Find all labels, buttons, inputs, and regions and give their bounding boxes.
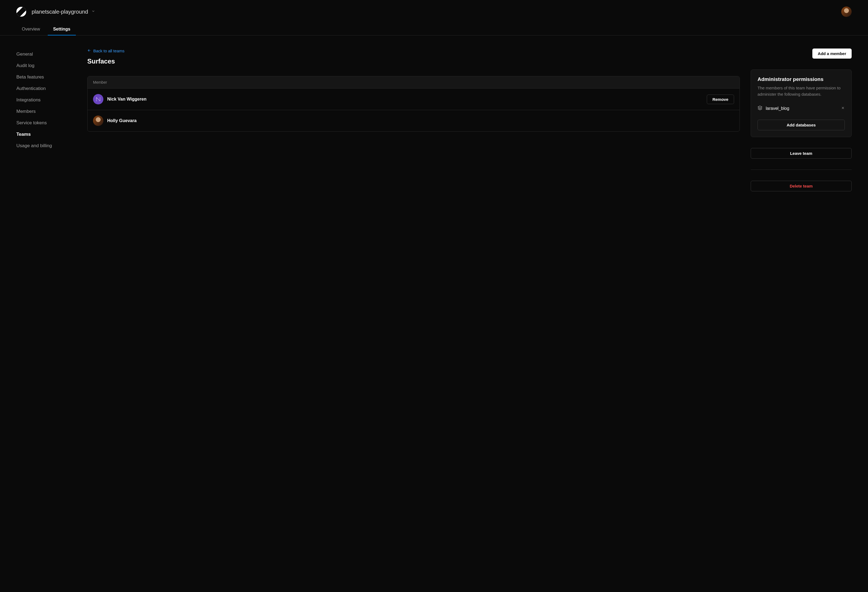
database-icon bbox=[757, 106, 762, 112]
workspace-name: planetscale-playground bbox=[32, 9, 88, 15]
user-avatar[interactable] bbox=[841, 7, 852, 17]
member-name: Nick Van Wiggeren bbox=[107, 97, 146, 102]
svg-marker-1 bbox=[758, 106, 762, 108]
page-title: Surfaces bbox=[87, 57, 115, 65]
member-name: Holly Guevara bbox=[107, 118, 137, 123]
members-table-header: Member bbox=[87, 76, 740, 88]
remove-member-button[interactable]: Remove bbox=[707, 94, 734, 104]
arrow-left-icon bbox=[87, 49, 91, 53]
remove-database-button[interactable] bbox=[841, 106, 845, 111]
add-member-button[interactable]: Add a member bbox=[812, 49, 852, 59]
database-item: laravel_blog bbox=[757, 104, 845, 113]
planetscale-logo[interactable] bbox=[16, 7, 26, 17]
member-row: Holly Guevara bbox=[87, 110, 740, 131]
workspace-selector[interactable]: planetscale-playground bbox=[32, 9, 95, 15]
member-avatar bbox=[93, 94, 103, 105]
database-name: laravel_blog bbox=[766, 106, 789, 111]
sidebar-item-integrations[interactable]: Integrations bbox=[16, 94, 71, 106]
main-tabs: Overview Settings bbox=[0, 17, 868, 35]
member-avatar bbox=[93, 116, 103, 126]
permissions-card: Administrator permissions The members of… bbox=[751, 69, 852, 137]
sidebar-item-members[interactable]: Members bbox=[16, 106, 71, 117]
back-link-label: Back to all teams bbox=[93, 49, 124, 53]
leave-team-button[interactable]: Leave team bbox=[751, 148, 852, 159]
tab-overview[interactable]: Overview bbox=[16, 24, 46, 35]
add-databases-button[interactable]: Add databases bbox=[757, 120, 845, 130]
tab-settings[interactable]: Settings bbox=[48, 24, 76, 35]
back-to-teams-link[interactable]: Back to all teams bbox=[87, 49, 740, 53]
sidebar-item-usage-billing[interactable]: Usage and billing bbox=[16, 140, 71, 152]
settings-sidebar: General Audit log Beta features Authenti… bbox=[16, 49, 71, 191]
delete-team-button[interactable]: Delete team bbox=[751, 181, 852, 191]
permissions-title: Administrator permissions bbox=[757, 76, 845, 82]
chevron-down-icon bbox=[92, 9, 95, 14]
sidebar-item-general[interactable]: General bbox=[16, 49, 71, 60]
members-table: Member Nick Van Wiggeren Remove bbox=[87, 76, 740, 132]
divider bbox=[751, 169, 852, 170]
sidebar-item-teams[interactable]: Teams bbox=[16, 129, 71, 140]
sidebar-item-authentication[interactable]: Authentication bbox=[16, 83, 71, 94]
sidebar-item-audit-log[interactable]: Audit log bbox=[16, 60, 71, 71]
member-row: Nick Van Wiggeren Remove bbox=[87, 88, 740, 110]
permissions-description: The members of this team have permission… bbox=[757, 85, 845, 97]
sidebar-item-service-tokens[interactable]: Service tokens bbox=[16, 117, 71, 129]
sidebar-item-beta-features[interactable]: Beta features bbox=[16, 71, 71, 83]
